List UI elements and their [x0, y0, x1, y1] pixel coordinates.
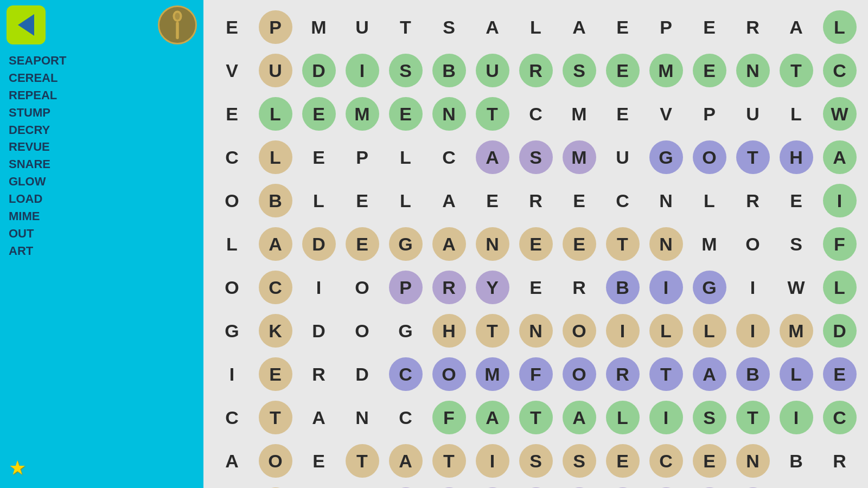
grid-cell[interactable]: P: [384, 266, 427, 309]
grid-cell[interactable]: E: [254, 352, 297, 396]
grid-cell[interactable]: R: [731, 5, 775, 49]
grid-cell[interactable]: A: [818, 136, 861, 179]
grid-cell[interactable]: E: [341, 483, 384, 488]
grid-cell[interactable]: T: [384, 5, 427, 49]
grid-cell[interactable]: P: [254, 5, 297, 49]
grid-cell[interactable]: L: [818, 266, 861, 309]
grid-cell[interactable]: U: [731, 92, 775, 136]
grid-cell[interactable]: E: [558, 179, 601, 222]
grid-cell[interactable]: M: [341, 92, 384, 136]
grid-cell[interactable]: S: [688, 396, 731, 439]
table-row[interactable]: VUDISBURSEMENTC: [210, 49, 861, 92]
grid-cell[interactable]: E: [688, 5, 731, 49]
grid-cell[interactable]: A: [254, 222, 297, 266]
grid-cell[interactable]: E: [341, 222, 384, 266]
grid-cell[interactable]: N: [341, 396, 384, 439]
grid-cell[interactable]: E: [297, 136, 341, 179]
grid-cell[interactable]: S: [427, 5, 471, 49]
grid-cell[interactable]: E: [471, 179, 514, 222]
grid-cell[interactable]: C: [514, 92, 558, 136]
grid-cell[interactable]: A: [427, 179, 471, 222]
table-row[interactable]: GKDOGHTNOILLIMD: [210, 309, 861, 352]
grid-cell[interactable]: E: [601, 5, 644, 49]
grid-cell[interactable]: I: [644, 483, 688, 488]
grid-cell[interactable]: P: [341, 136, 384, 179]
grid-cell[interactable]: T: [341, 439, 384, 483]
grid-cell[interactable]: I: [731, 309, 775, 352]
grid-cell[interactable]: D: [471, 483, 514, 488]
grid-cell[interactable]: D: [775, 483, 818, 488]
grid-cell[interactable]: O: [558, 309, 601, 352]
table-row[interactable]: CLEPLCASMUGOTHA: [210, 136, 861, 179]
grid-cell[interactable]: L: [210, 483, 254, 488]
grid-cell[interactable]: R: [558, 266, 601, 309]
grid-cell[interactable]: Y: [818, 483, 861, 488]
grid-cell[interactable]: T: [644, 352, 688, 396]
grid-cell[interactable]: E: [514, 222, 558, 266]
grid-cell[interactable]: E: [210, 5, 254, 49]
grid-cell[interactable]: I: [644, 396, 688, 439]
back-button[interactable]: [7, 5, 46, 44]
grid-cell[interactable]: N: [427, 92, 471, 136]
grid-cell[interactable]: Y: [471, 266, 514, 309]
grid-cell[interactable]: A: [558, 5, 601, 49]
grid-cell[interactable]: C: [818, 396, 861, 439]
grid-cell[interactable]: C: [254, 266, 297, 309]
grid-cell[interactable]: I: [644, 266, 688, 309]
grid-cell[interactable]: I: [297, 266, 341, 309]
grid-cell[interactable]: E: [601, 439, 644, 483]
grid-cell[interactable]: R: [427, 266, 471, 309]
table-row[interactable]: EPMUTSALAEPERAL: [210, 5, 861, 49]
grid-cell[interactable]: V: [644, 92, 688, 136]
grid-cell[interactable]: I: [601, 309, 644, 352]
grid-cell[interactable]: E: [297, 439, 341, 483]
grid-cell[interactable]: E: [688, 49, 731, 92]
grid-cell[interactable]: D: [341, 352, 384, 396]
grid-cell[interactable]: W: [818, 92, 861, 136]
word-search-grid[interactable]: EPMUTSALAEPERALVUDISBURSEMENTCELEMENTCME…: [210, 5, 861, 488]
grid-cell[interactable]: E: [601, 49, 644, 92]
grid-cell[interactable]: B: [601, 266, 644, 309]
grid-cell[interactable]: L: [254, 136, 297, 179]
grid-cell[interactable]: N: [514, 309, 558, 352]
grid-cell[interactable]: O: [254, 439, 297, 483]
grid-cell[interactable]: N: [731, 49, 775, 92]
grid-cell[interactable]: U: [341, 5, 384, 49]
grid-cell[interactable]: B: [427, 49, 471, 92]
grid-cell[interactable]: L: [818, 5, 861, 49]
grid-cell[interactable]: S: [514, 439, 558, 483]
grid-cell[interactable]: R: [514, 49, 558, 92]
table-row[interactable]: OCIOPRYERBIGIWL: [210, 266, 861, 309]
grid-cell[interactable]: N: [644, 179, 688, 222]
grid-cell[interactable]: M: [688, 222, 731, 266]
grid-cell[interactable]: L: [384, 136, 427, 179]
grid-cell[interactable]: S: [384, 49, 427, 92]
table-row[interactable]: CTANCFATALISTIC: [210, 396, 861, 439]
grid-cell[interactable]: K: [254, 309, 297, 352]
grid-cell[interactable]: C: [384, 396, 427, 439]
grid-cell[interactable]: L: [775, 92, 818, 136]
grid-cell[interactable]: L: [601, 396, 644, 439]
grid-cell[interactable]: N: [731, 439, 775, 483]
grid-cell[interactable]: U: [601, 136, 644, 179]
grid-cell[interactable]: P: [644, 5, 688, 49]
grid-cell[interactable]: I: [775, 396, 818, 439]
grid-cell[interactable]: C: [210, 396, 254, 439]
grid-cell[interactable]: E: [210, 92, 254, 136]
grid-cell[interactable]: O: [731, 222, 775, 266]
grid-cell[interactable]: C: [818, 49, 861, 92]
grid-cell[interactable]: L: [775, 352, 818, 396]
grid-cell[interactable]: E: [818, 352, 861, 396]
grid-cell[interactable]: T: [601, 483, 644, 488]
grid-cell[interactable]: I: [731, 266, 775, 309]
grid-cell[interactable]: R: [818, 439, 861, 483]
grid-cell[interactable]: S: [558, 439, 601, 483]
grid-cell[interactable]: E: [384, 92, 427, 136]
grid-cell[interactable]: C: [644, 439, 688, 483]
grid-cell[interactable]: M: [644, 49, 688, 92]
grid-cell[interactable]: R: [297, 352, 341, 396]
grid-cell[interactable]: M: [558, 92, 601, 136]
grid-cell[interactable]: B: [731, 352, 775, 396]
grid-cell[interactable]: S: [558, 49, 601, 92]
grid-cell[interactable]: O: [210, 266, 254, 309]
